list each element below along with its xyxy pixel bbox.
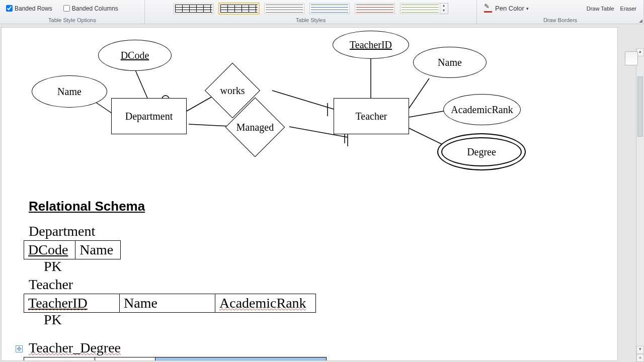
pen-color-label: Pen Color	[495, 5, 524, 12]
pk-label: PK	[44, 312, 327, 328]
schema-col: AcademicRank	[215, 294, 316, 313]
ribbon: Banded Rows Banded Columns Table Style O…	[0, 0, 644, 24]
er-diagram: Name DCode Department works Managed Teac…	[2, 28, 617, 194]
document-page: Name DCode Department works Managed Teac…	[1, 27, 618, 361]
vertical-scrollbar[interactable]: ▴ ▾ ∘	[636, 48, 644, 362]
table-style-swatch[interactable]	[264, 3, 304, 14]
chevron-down-icon: ▾	[526, 6, 529, 11]
er-entity-teacher: Teacher	[334, 98, 409, 134]
chevron-down-icon: ▾	[440, 9, 448, 14]
gallery-expand-button[interactable]: ▴ ▾	[440, 3, 448, 14]
table-style-swatch[interactable]	[309, 3, 350, 14]
ribbon-group-label-options: Table Style Options	[0, 17, 144, 24]
scroll-down-button[interactable]: ▾	[636, 346, 644, 354]
er-relationship-managed: Managed	[234, 106, 276, 148]
schema-col-selected[interactable]	[155, 357, 326, 361]
schema-col[interactable]: Degree	[95, 357, 155, 361]
schema-title: Relational Schema	[29, 199, 327, 214]
svg-line-11	[409, 78, 429, 108]
er-attribute-dcode: DCode	[98, 40, 172, 71]
ribbon-group-label-borders: Draw Borders	[477, 17, 643, 24]
scroll-thumb[interactable]	[637, 76, 643, 137]
schema-tablename-teacher: Teacher	[29, 277, 327, 293]
table-style-swatch[interactable]	[355, 3, 395, 14]
schema-table-department: DCode Name	[24, 240, 121, 259]
pen-icon	[484, 5, 492, 13]
draw-table-button[interactable]: Draw Table	[584, 6, 617, 12]
table-move-handle-icon[interactable]: ✥	[16, 345, 23, 352]
schema-section: Relational Schema Department DCode Name …	[24, 194, 327, 361]
banded-rows-checkbox[interactable]: Banded Rows	[4, 4, 52, 13]
schema-col: TeacherID	[24, 294, 120, 313]
schema-col: DCode	[24, 241, 75, 259]
banded-rows-label: Banded Rows	[15, 5, 52, 12]
table-style-swatch[interactable]	[400, 3, 440, 14]
schema-table-teacher-degree[interactable]: TeacherID Degree	[24, 357, 327, 361]
schema-tablename-teacher-degree: Teacher_Degree	[29, 340, 327, 356]
er-attribute-teacherid: TeacherID	[333, 31, 409, 59]
svg-line-1	[134, 68, 147, 98]
banded-columns-label: Banded Columns	[72, 5, 118, 12]
er-attribute-academicrank: AcademicRank	[443, 94, 521, 125]
er-relationship-works: works	[213, 71, 252, 110]
schema-col: Name	[120, 294, 215, 313]
scroll-track[interactable]	[636, 56, 644, 346]
document-area: Name DCode Department works Managed Teac…	[0, 24, 644, 362]
dialog-launcher-icon[interactable]: ◢	[639, 18, 642, 23]
eraser-button[interactable]: Eraser	[617, 6, 639, 12]
pk-label: PK	[44, 258, 327, 275]
er-attribute-name: Name	[32, 75, 107, 108]
chevron-up-icon: ▴	[440, 4, 448, 9]
er-entity-department: Department	[111, 98, 187, 134]
schema-table-teacher: TeacherID Name AcademicRank	[24, 294, 316, 313]
pen-color-button[interactable]: Pen Color ▾	[481, 4, 532, 14]
schema-col: Name	[75, 241, 121, 259]
er-attribute-teacher-name: Name	[413, 47, 487, 78]
ribbon-group-label-styles: Table Styles	[145, 17, 476, 24]
svg-line-4	[272, 90, 334, 109]
schema-tablename-department: Department	[29, 223, 327, 239]
er-attribute-degree: Degree	[437, 133, 526, 170]
schema-col[interactable]: TeacherID	[24, 357, 95, 361]
banded-columns-checkbox[interactable]: Banded Columns	[61, 4, 118, 13]
browse-object-button[interactable]: ∘	[636, 354, 644, 362]
table-style-swatch-selected[interactable]	[219, 3, 259, 14]
table-style-swatch[interactable]	[174, 3, 214, 14]
ruler-toggle[interactable]	[625, 51, 638, 65]
